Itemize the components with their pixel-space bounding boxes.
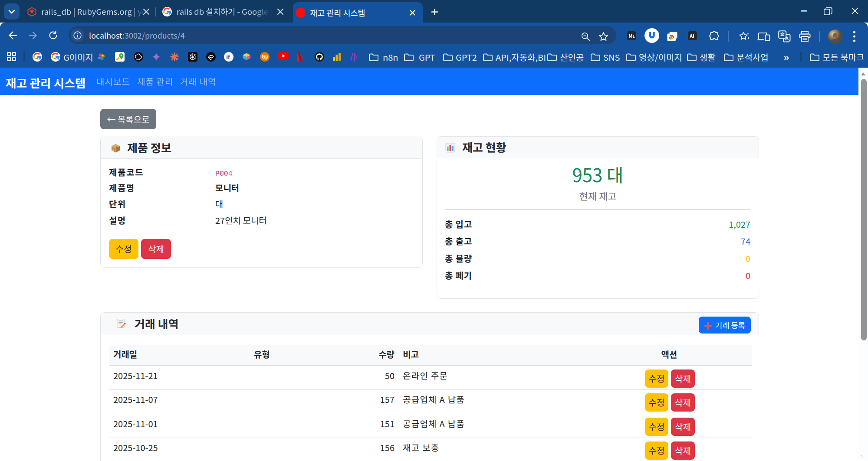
svg-text:M: M	[628, 33, 632, 39]
svg-text:/|\: /|\	[350, 52, 358, 62]
svg-text:Gp: Gp	[261, 52, 269, 60]
svg-text:if: if	[226, 52, 230, 61]
svg-text:AI: AI	[689, 33, 694, 39]
